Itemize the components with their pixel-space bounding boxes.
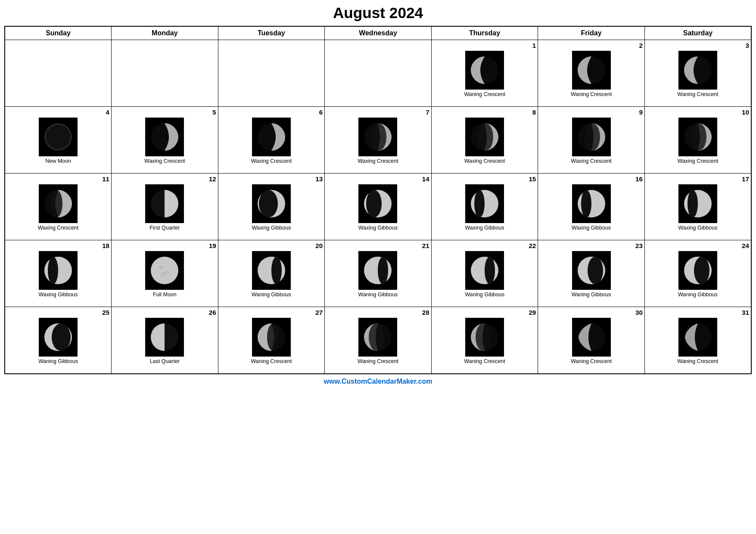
day-header: Friday bbox=[538, 26, 645, 40]
calendar-cell: 4 New Moon bbox=[5, 107, 112, 174]
moon-phase-label: Waxing Crescent bbox=[358, 158, 398, 165]
moon-cell: Waxing Gibbous bbox=[647, 184, 749, 247]
moon-phase-label: Waning Crescent bbox=[571, 358, 612, 365]
moon-image bbox=[358, 318, 397, 358]
svg-point-35 bbox=[366, 190, 382, 217]
day-number: 26 bbox=[113, 309, 216, 316]
moon-phase-label: Waxing Crescent bbox=[464, 158, 505, 165]
calendar-cell: 21 Waning Gibbous bbox=[325, 240, 432, 307]
moon-image bbox=[465, 251, 504, 292]
moon-image bbox=[358, 184, 397, 225]
moon-phase-label: Waxing Gibbous bbox=[572, 225, 611, 231]
moon-cell: Waning Crescent bbox=[327, 318, 429, 381]
moon-cell: Waning Crescent bbox=[647, 318, 749, 381]
moon-image bbox=[358, 251, 397, 292]
moon-phase-label: Waxing Crescent bbox=[251, 158, 292, 165]
day-number: 5 bbox=[113, 109, 216, 116]
moon-image bbox=[145, 118, 184, 158]
day-number: 13 bbox=[220, 175, 323, 183]
day-number: 18 bbox=[7, 242, 109, 249]
moon-image bbox=[572, 51, 611, 91]
svg-point-61 bbox=[485, 257, 495, 284]
calendar-cell: 16 Waxing Gibbous bbox=[538, 174, 645, 240]
day-number: 3 bbox=[647, 42, 749, 49]
calendar-cell: 10 Waxing Crescent bbox=[644, 107, 751, 174]
svg-point-32 bbox=[259, 190, 278, 217]
moon-phase-label: Waxing Gibbous bbox=[39, 292, 78, 298]
calendar-cell: 19 Full Moon bbox=[112, 240, 218, 307]
moon-phase-label: Waning Gibbous bbox=[678, 292, 718, 298]
day-number: 11 bbox=[7, 175, 109, 183]
svg-point-51 bbox=[166, 270, 169, 273]
day-header: Saturday bbox=[644, 26, 751, 40]
day-number: 1 bbox=[433, 42, 536, 49]
moon-image bbox=[465, 184, 504, 225]
calendar-cell: 14 Waxing Gibbous bbox=[325, 174, 432, 240]
moon-image bbox=[252, 251, 291, 292]
day-number: 19 bbox=[113, 242, 216, 249]
day-number: 20 bbox=[220, 242, 323, 249]
calendar-cell: 30 Waning Crescent bbox=[538, 307, 645, 374]
calendar-cell: 2 Waning Crescent bbox=[538, 40, 645, 107]
moon-phase-label: Waning Crescent bbox=[677, 91, 718, 98]
calendar-cell: 25 Waning Gibbous bbox=[5, 307, 112, 374]
moon-phase-label: Waxing Crescent bbox=[571, 158, 611, 165]
day-number: 6 bbox=[220, 109, 323, 116]
moon-image bbox=[678, 184, 717, 225]
moon-cell: Waxing Gibbous bbox=[540, 184, 643, 247]
svg-point-64 bbox=[588, 257, 603, 284]
day-number: 4 bbox=[7, 109, 109, 116]
moon-image bbox=[678, 118, 717, 158]
moon-phase-label: Waning Crescent bbox=[464, 91, 505, 98]
moon-phase-label: Last Quarter bbox=[150, 358, 180, 365]
svg-point-50 bbox=[159, 265, 164, 270]
moon-image bbox=[39, 184, 78, 225]
page-title: August 2024 bbox=[4, 4, 752, 22]
moon-phase-label: Waning Crescent bbox=[251, 358, 292, 365]
calendar-cell bbox=[218, 40, 325, 107]
moon-phase-label: Waning Crescent bbox=[571, 91, 612, 98]
moon-cell: Waning Gibbous bbox=[540, 251, 643, 314]
moon-cell: Waxing Crescent bbox=[433, 118, 536, 180]
day-number: 30 bbox=[540, 309, 643, 316]
moon-phase-label: Waxing Gibbous bbox=[678, 225, 717, 231]
moon-cell: Waning Gibbous bbox=[647, 251, 749, 314]
svg-point-67 bbox=[694, 257, 709, 284]
calendar-cell: 24 Waning Gibbous bbox=[644, 240, 751, 307]
svg-point-21 bbox=[585, 123, 600, 151]
day-number: 7 bbox=[327, 109, 429, 116]
day-number: 17 bbox=[647, 175, 749, 183]
calendar-cell: 29 Waning Crescent bbox=[431, 307, 538, 374]
moon-image bbox=[39, 118, 78, 158]
day-number: 21 bbox=[327, 242, 429, 249]
moon-image bbox=[252, 118, 291, 158]
moon-cell: Waning Crescent bbox=[540, 51, 643, 114]
day-number: 22 bbox=[433, 242, 536, 249]
moon-cell: Waxing Gibbous bbox=[220, 184, 323, 247]
svg-point-52 bbox=[161, 272, 166, 277]
moon-cell: Waning Crescent bbox=[220, 318, 323, 381]
moon-cell: Last Quarter bbox=[113, 318, 216, 381]
calendar-cell: 11 Waxing Crescent bbox=[5, 174, 112, 240]
moon-phase-label: Waxing Gibbous bbox=[252, 225, 291, 231]
calendar-cell: 31 Waning Crescent bbox=[644, 307, 751, 374]
moon-image bbox=[145, 184, 184, 225]
moon-phase-label: Waning Gibbous bbox=[465, 292, 504, 298]
svg-point-70 bbox=[52, 323, 71, 351]
moon-cell: Waxing Crescent bbox=[540, 118, 643, 180]
day-number: 24 bbox=[647, 242, 749, 249]
moon-cell: Waxing Crescent bbox=[220, 118, 323, 180]
calendar-cell: 22 Waning Gibbous bbox=[431, 240, 538, 307]
day-number: 31 bbox=[647, 309, 749, 316]
moon-phase-label: Waning Gibbous bbox=[38, 358, 78, 365]
moon-cell: First Quarter bbox=[113, 184, 216, 247]
svg-point-27 bbox=[50, 190, 62, 217]
calendar-cell: 26 Last Quarter bbox=[112, 307, 218, 374]
day-number: 15 bbox=[433, 175, 536, 183]
moon-cell: Full Moon bbox=[113, 251, 216, 314]
moon-phase-label: Waxing Gibbous bbox=[465, 225, 504, 231]
calendar-cell: 8 Waxing Crescent bbox=[431, 107, 538, 174]
day-header: Sunday bbox=[5, 26, 112, 40]
day-number: 29 bbox=[433, 309, 536, 316]
moon-image bbox=[678, 318, 717, 358]
